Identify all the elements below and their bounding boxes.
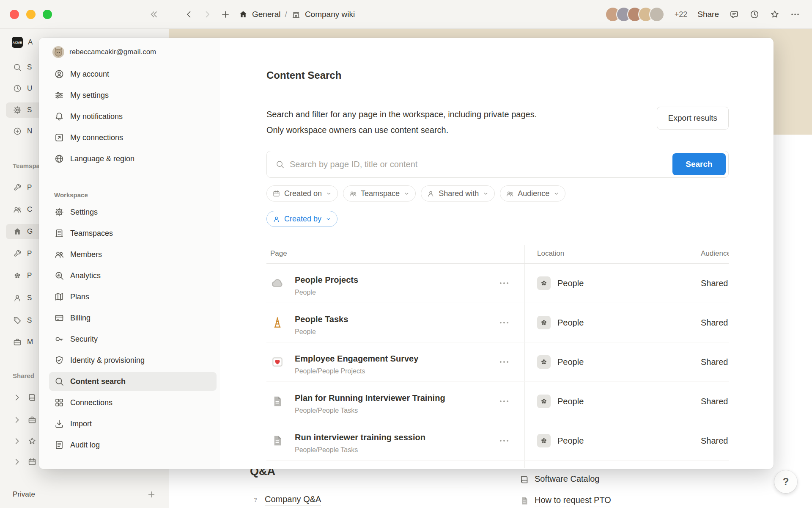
search-button[interactable]: Search xyxy=(672,153,726,175)
settings-nav-language-region[interactable]: Language & region xyxy=(49,149,217,168)
row-menu-button[interactable] xyxy=(498,435,510,447)
row-menu-button[interactable] xyxy=(498,356,510,368)
audience-cell: Shared xyxy=(701,397,728,406)
page-title[interactable]: People Projects xyxy=(295,274,358,285)
teamspace-badge xyxy=(537,276,551,290)
credit-card-icon xyxy=(54,313,64,323)
forward-icon[interactable] xyxy=(202,9,212,19)
updates-clock-icon[interactable] xyxy=(749,9,760,19)
more-options-icon[interactable] xyxy=(790,9,800,19)
document-icon xyxy=(519,496,529,506)
collapse-sidebar-icon[interactable] xyxy=(149,9,159,19)
breadcrumb-teamspace[interactable]: General xyxy=(252,10,281,19)
settings-nav-my-notifications[interactable]: My notifications xyxy=(49,107,217,126)
settings-dialog: rebeccamcakir@gmail.com My account My se… xyxy=(39,38,774,469)
tag-icon xyxy=(13,316,22,325)
settings-nav-security[interactable]: Security xyxy=(49,330,217,348)
chevron-right-icon[interactable] xyxy=(12,415,22,425)
filter-chip-audience[interactable]: Audience xyxy=(500,185,565,202)
page-title[interactable]: Employee Engagement Survey xyxy=(295,353,418,364)
description: Search and filter for any page in the wo… xyxy=(266,107,537,138)
add-page-icon[interactable] xyxy=(147,490,156,499)
row-menu-button[interactable] xyxy=(498,395,510,407)
page-path: People/People Projects xyxy=(295,367,365,375)
settings-nav-audit-log[interactable]: Audit log xyxy=(49,436,217,454)
table-row[interactable]: People Tasks People People Shared xyxy=(266,303,729,342)
filter-chip-teamspace[interactable]: Teamspace xyxy=(343,185,416,202)
settings-nav-import[interactable]: Import xyxy=(49,414,217,433)
row-menu-button[interactable] xyxy=(498,317,510,329)
table-row[interactable]: Run interviewer training session People/… xyxy=(266,421,729,461)
audience-cell: Shared xyxy=(701,357,728,367)
favorite-star-icon[interactable] xyxy=(770,9,780,19)
settings-nav-members[interactable]: Members xyxy=(49,245,217,264)
settings-nav-my-connections[interactable]: My connections xyxy=(49,128,217,147)
export-results-button[interactable]: Export results xyxy=(657,107,729,130)
settings-nav-my-account[interactable]: My account xyxy=(49,65,217,83)
location-cell: People xyxy=(537,276,584,290)
audience-cell: Shared xyxy=(701,279,728,288)
window-close-button[interactable] xyxy=(10,10,19,19)
column-header-page: Page xyxy=(270,249,287,258)
window-toolbar: General / Company wiki +22 Share xyxy=(0,0,812,29)
shield-check-icon xyxy=(54,355,64,365)
chevron-right-icon[interactable] xyxy=(12,393,22,402)
table-row[interactable]: Employee Engagement Survey People/People… xyxy=(266,342,729,382)
book-icon xyxy=(27,393,37,402)
settings-nav-my-settings[interactable]: My settings xyxy=(49,86,217,105)
page-link-how-to-request-pto[interactable]: How to request PTO xyxy=(519,495,611,506)
teamspace-badge xyxy=(537,395,551,408)
workspace-logo: ACME xyxy=(12,37,23,48)
window-minimize-button[interactable] xyxy=(26,10,36,19)
breadcrumb-page[interactable]: Company wiki xyxy=(305,10,355,19)
chevron-right-icon[interactable] xyxy=(12,436,22,446)
filter-chip-created-by[interactable]: Created by xyxy=(266,211,337,227)
page-title[interactable]: Run interviewer training session xyxy=(295,432,425,443)
settings-nav-identity-provisioning[interactable]: Identity & provisioning xyxy=(49,351,217,370)
briefcase-icon xyxy=(27,415,37,425)
page-link-software-catalog[interactable]: Software Catalog xyxy=(519,474,599,485)
search-input[interactable] xyxy=(290,160,672,169)
avatar-stack[interactable] xyxy=(605,7,664,22)
settings-nav-content-search[interactable]: Content search xyxy=(49,372,217,391)
cat-avatar-icon xyxy=(53,47,64,58)
sidebar-private-section[interactable]: Private xyxy=(6,487,163,502)
page-link-company-qa[interactable]: ? Company Q&A xyxy=(251,494,321,505)
help-button[interactable]: ? xyxy=(774,470,797,493)
import-icon xyxy=(54,419,64,429)
new-tab-icon[interactable] xyxy=(220,9,230,19)
back-icon[interactable] xyxy=(184,9,194,19)
wrench-icon xyxy=(13,183,22,192)
comments-icon[interactable] xyxy=(729,9,739,19)
star-icon xyxy=(27,436,37,446)
settings-nav-settings[interactable]: Settings xyxy=(49,203,217,221)
table-row[interactable]: People Projects People People Shared xyxy=(266,264,729,303)
settings-nav-connections[interactable]: Connections xyxy=(49,393,217,412)
window-zoom-button[interactable] xyxy=(43,10,52,19)
people-icon xyxy=(349,190,357,198)
avatar[interactable] xyxy=(649,7,664,22)
chevron-down-icon xyxy=(483,190,489,197)
page-title[interactable]: People Tasks xyxy=(295,314,348,325)
settings-nav-analytics[interactable]: Analytics xyxy=(49,266,217,285)
share-button[interactable]: Share xyxy=(697,10,719,19)
page-title: Content Search xyxy=(266,69,729,82)
settings-nav-plans[interactable]: Plans xyxy=(49,287,217,306)
plus-circle-icon xyxy=(13,127,22,136)
globe-icon xyxy=(54,154,64,164)
search-bar: Search xyxy=(266,151,729,178)
calendar-icon xyxy=(27,457,37,467)
location-cell: People xyxy=(537,395,584,408)
account-email: rebeccamcakir@gmail.com xyxy=(69,48,156,56)
page-title[interactable]: Plan for Running Interviewer Training xyxy=(295,392,445,403)
search-icon xyxy=(54,376,64,387)
settings-nav-billing[interactable]: Billing xyxy=(49,309,217,327)
teamspace-badge xyxy=(537,316,551,329)
filter-chip-shared-with[interactable]: Shared with xyxy=(421,185,495,202)
chevron-right-icon[interactable] xyxy=(12,457,22,467)
settings-nav-teamspaces[interactable]: Teamspaces xyxy=(49,224,217,243)
row-menu-button[interactable] xyxy=(498,277,510,289)
table-row[interactable]: Plan for Running Interviewer Training Pe… xyxy=(266,382,729,421)
avatar-overflow-count[interactable]: +22 xyxy=(675,10,688,19)
filter-chip-created-on[interactable]: Created on xyxy=(266,185,338,202)
